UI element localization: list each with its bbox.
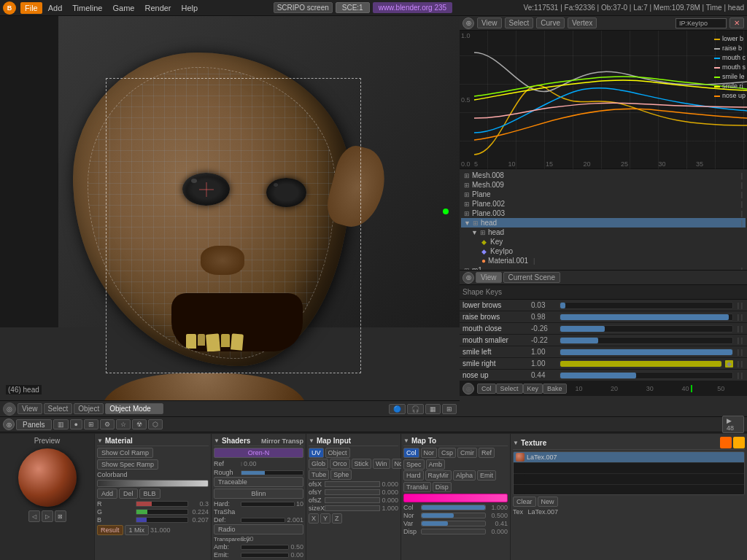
var-slider[interactable] <box>421 521 486 526</box>
scene-selector[interactable]: SCE:1 <box>336 2 370 13</box>
bake-btn[interactable]: Bake <box>543 384 567 394</box>
menu-file[interactable]: File <box>20 2 42 14</box>
mt-translu-btn[interactable]: Translu <box>403 482 431 492</box>
bt-icon-3[interactable]: ⊞ <box>84 419 98 429</box>
outliner-item-material[interactable]: ● Material.001 | <box>461 256 746 265</box>
headphones-icon[interactable]: 🎧 <box>407 404 424 414</box>
sk-row-2[interactable]: mouth close -0.26 | | <box>460 323 747 335</box>
oren-n-tab[interactable]: Oren-N <box>214 448 303 458</box>
tex-item-1[interactable] <box>514 463 744 474</box>
bt-icon-4[interactable]: ⚙ <box>100 419 115 429</box>
win-btn[interactable]: Win <box>373 459 390 469</box>
emit-slider[interactable] <box>241 553 289 558</box>
tex-item-3[interactable] <box>514 485 744 495</box>
object-btn[interactable]: Object <box>325 448 350 458</box>
mt-csp-btn[interactable]: Csp <box>438 448 456 458</box>
outliner-item-m1[interactable]: ⊞ m1 | <box>461 265 746 271</box>
mat-g-slider[interactable] <box>136 509 188 515</box>
ipo-vertex-dropdown[interactable]: Vertex <box>568 18 597 28</box>
menu-render[interactable]: Render <box>140 2 175 14</box>
screen-selector[interactable]: SCRIPO screen <box>274 2 333 13</box>
mt-spec-btn[interactable]: Spec <box>403 459 425 470</box>
outliner-item-head-child[interactable]: ▼ ⊞ head <box>461 228 746 237</box>
mt-hard-btn[interactable]: Hard <box>403 470 424 481</box>
sizex-slider[interactable] <box>325 505 380 511</box>
mat-r-slider[interactable] <box>136 501 188 507</box>
bt-icon-5[interactable]: ☆ <box>116 419 131 429</box>
ofsz-slider[interactable] <box>325 497 380 503</box>
bt-icon-2[interactable]: ● <box>70 419 82 429</box>
outliner-item-4[interactable]: ⊞ Plane.003 | <box>461 209 746 218</box>
ipo-close-btn[interactable]: ✕ <box>729 18 744 28</box>
ofsy-slider[interactable] <box>325 489 380 495</box>
bt-icon-6[interactable]: ☢ <box>132 419 147 429</box>
mt-emit-btn[interactable]: Emit <box>477 470 496 481</box>
expand-icon[interactable]: ⊞ <box>442 404 457 414</box>
z-btn[interactable]: Z <box>332 513 342 524</box>
panels-widget[interactable]: ◎ <box>3 419 15 430</box>
ipo-view-btn[interactable]: View <box>477 18 502 28</box>
mt-col-btn[interactable]: Col <box>403 448 419 458</box>
select-btn[interactable]: Select <box>496 384 523 394</box>
outliner-item-2[interactable]: ⊞ Plane | <box>461 190 746 199</box>
tex-item-0[interactable]: LaTex.007 <box>514 452 744 463</box>
frame-input[interactable]: ▶ 48 <box>722 416 744 433</box>
outliner-item-3[interactable]: ⊞ Plane.002 | <box>461 199 746 209</box>
blender-url[interactable]: www.blender.org 235 <box>373 2 452 13</box>
col-btn[interactable]: Col <box>477 384 496 394</box>
menu-game[interactable]: Game <box>108 2 139 14</box>
panels-btn[interactable]: Panels <box>16 419 52 430</box>
color-picker-bar[interactable] <box>403 494 508 502</box>
prev-btn-2[interactable]: ▷ <box>42 510 53 522</box>
sk-row-1[interactable]: raise brows 0.98 | | <box>460 311 747 323</box>
outliner-item-1[interactable]: ⊞ Mesh.009 | <box>461 180 746 190</box>
menu-help[interactable]: Help <box>177 2 203 14</box>
prev-btn-1[interactable]: ◁ <box>28 510 40 522</box>
sk-row-0[interactable]: lower brows 0.03 | | <box>460 300 747 311</box>
ipo-curve-btn[interactable]: Curve <box>536 18 565 28</box>
mt-amb-btn[interactable]: Amb <box>426 459 446 470</box>
tex-icon-1[interactable] <box>720 437 732 448</box>
clear-btn[interactable]: Clear <box>513 497 536 507</box>
mt-raymir-btn[interactable]: RayMir <box>425 470 452 481</box>
sk-widget[interactable]: ◎ <box>462 383 474 394</box>
radio-btn[interactable]: Radio <box>214 524 303 534</box>
tex-item-2[interactable] <box>514 474 744 485</box>
blinn-tab[interactable]: Blinn <box>214 489 303 499</box>
render-icon-btn[interactable]: 🔵 <box>389 404 406 414</box>
cb-type-btn[interactable]: BLB <box>139 489 160 499</box>
tex-icon-2[interactable] <box>733 437 745 448</box>
col-ramp-btn[interactable]: Show Col Ramp <box>97 448 153 458</box>
disp-slider[interactable] <box>421 529 486 534</box>
view-menu[interactable]: View <box>18 403 42 414</box>
current-scene-btn[interactable]: Current Scene <box>503 272 560 283</box>
menu-add[interactable]: Add <box>44 2 67 14</box>
mt-alpha-btn[interactable]: Alpha <box>453 470 476 481</box>
prev-btn-3[interactable]: ⊠ <box>55 510 66 522</box>
grid-icon[interactable]: ▦ <box>425 404 441 414</box>
mat-b-slider[interactable] <box>136 517 188 523</box>
view-widget[interactable]: ◎ <box>462 272 474 284</box>
glob-btn[interactable]: Glob <box>309 459 328 469</box>
sk-row-3[interactable]: mouth smaller -0.22 | | <box>460 335 747 346</box>
ofsx-slider[interactable] <box>325 481 380 487</box>
cb-add-btn[interactable]: Add <box>97 489 117 499</box>
colorband-bar[interactable] <box>97 480 209 487</box>
view-btn[interactable]: View <box>476 272 502 283</box>
mt-nor-btn[interactable]: Nor <box>421 448 438 458</box>
x-btn[interactable]: X <box>309 513 319 524</box>
ipo-select-btn[interactable]: Select <box>505 18 534 28</box>
select-menu[interactable]: Select <box>44 403 73 414</box>
hard-slider[interactable] <box>241 502 295 507</box>
mt-ref-btn[interactable]: Ref <box>479 448 495 458</box>
stick-btn[interactable]: Stick <box>352 459 372 469</box>
ref-slider[interactable] <box>241 462 242 467</box>
mode-selector[interactable]: Object Mode <box>105 403 163 414</box>
mt-cmir-btn[interactable]: Cmir <box>457 448 477 458</box>
sphe-btn[interactable]: Sphe <box>330 470 352 480</box>
rough-slider[interactable] <box>241 470 303 475</box>
key-btn[interactable]: Key <box>523 384 543 394</box>
y-btn[interactable]: Y <box>320 513 330 524</box>
orco-btn[interactable]: Orco <box>330 459 350 469</box>
3d-viewport[interactable]: (46) head <box>0 16 460 400</box>
